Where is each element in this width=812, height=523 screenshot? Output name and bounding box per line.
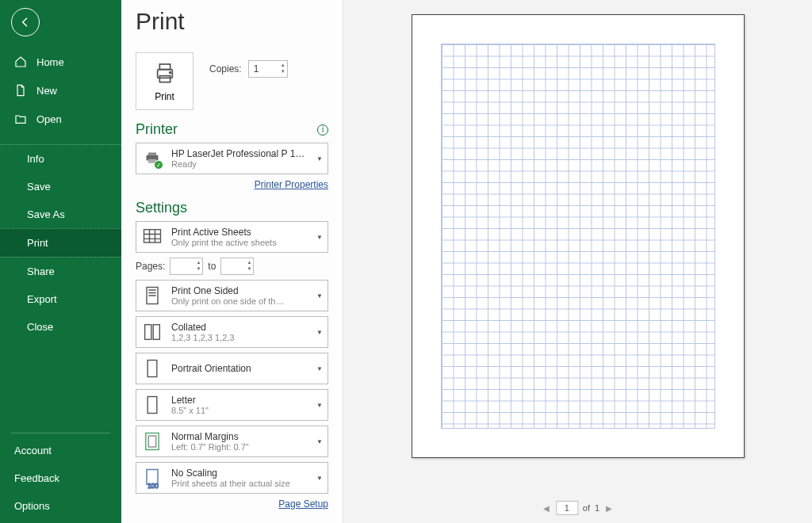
sides-title: Print One Sided xyxy=(171,285,308,296)
margins-select[interactable]: Normal Margins Left: 0.7" Right: 0.7" ▼ xyxy=(136,426,328,457)
stepper-arrows-icon[interactable]: ▲▼ xyxy=(196,259,201,272)
printer-status: Ready xyxy=(171,159,308,169)
svg-rect-12 xyxy=(147,397,157,414)
copies-input[interactable]: 1 ▲▼ xyxy=(248,60,288,78)
nav-feedback[interactable]: Feedback xyxy=(0,464,121,492)
nav-label: Feedback xyxy=(14,472,59,484)
orientation-title: Portrait Orientation xyxy=(171,363,308,374)
sides-select[interactable]: Print One Sided Only print on one side o… xyxy=(136,280,328,311)
nav-share[interactable]: Share xyxy=(0,257,121,285)
chevron-down-icon: ▼ xyxy=(316,292,323,300)
print-area-sub: Only print the active sheets xyxy=(171,238,308,247)
scaling-icon: 100 xyxy=(141,467,163,489)
ready-check-icon: ✓ xyxy=(154,160,163,170)
chevron-down-icon: ▼ xyxy=(316,438,323,445)
nav-save-as[interactable]: Save As xyxy=(0,200,121,228)
page-title: Print xyxy=(136,8,328,35)
pages-to-label: to xyxy=(208,261,216,272)
stepper-arrows-icon[interactable]: ▲▼ xyxy=(247,259,251,272)
nav-label: Print xyxy=(27,237,48,249)
nav-print[interactable]: Print xyxy=(0,228,121,257)
margins-title: Normal Margins xyxy=(171,431,308,442)
printer-properties-link[interactable]: Printer Properties xyxy=(255,179,328,190)
chevron-down-icon: ▼ xyxy=(316,475,323,482)
print-button[interactable]: Print xyxy=(136,52,193,110)
nav-new[interactable]: New xyxy=(0,76,121,105)
back-button[interactable] xyxy=(11,8,40,36)
collate-select[interactable]: Collated 1,2,3 1,2,3 1,2,3 ▼ xyxy=(136,316,328,348)
info-icon[interactable]: i xyxy=(317,124,328,136)
nav-label: Options xyxy=(14,500,50,512)
copies-value: 1 xyxy=(254,63,259,74)
current-page-input[interactable]: 1 xyxy=(556,501,578,515)
nav-label: Save As xyxy=(27,208,65,220)
nav-info[interactable]: Info xyxy=(0,145,121,173)
svg-point-3 xyxy=(169,71,170,73)
collate-sub: 1,2,3 1,2,3 1,2,3 xyxy=(171,333,308,342)
nav-label: Info xyxy=(27,153,44,165)
nav-label: Open xyxy=(36,113,62,125)
page-setup-link[interactable]: Page Setup xyxy=(278,498,328,510)
nav-label: Home xyxy=(36,56,64,68)
printer-select[interactable]: ✓ HP LaserJet Professional P 1… Ready ▼ xyxy=(136,143,328,174)
chevron-down-icon: ▼ xyxy=(316,365,323,372)
svg-rect-11 xyxy=(147,361,157,377)
pages-to-input[interactable]: ▲▼ xyxy=(220,258,254,275)
print-settings-pane: Print Print Copies: 1 ▲▼ Printer i ✓ xyxy=(121,0,343,523)
svg-rect-2 xyxy=(159,75,170,82)
pages-label: Pages: xyxy=(136,261,165,272)
of-label: of xyxy=(583,503,590,513)
nav-save[interactable]: Save xyxy=(0,173,121,200)
pages-from-input[interactable]: ▲▼ xyxy=(170,258,203,275)
scaling-sub: Print sheets at their actual size xyxy=(171,479,308,488)
nav-label: New xyxy=(36,85,57,97)
nav-options[interactable]: Options xyxy=(0,492,121,520)
back-arrow-icon xyxy=(19,16,32,29)
svg-rect-5 xyxy=(148,153,156,155)
preview-page xyxy=(412,14,745,458)
new-icon xyxy=(14,84,27,97)
open-icon xyxy=(14,113,27,125)
nav-close[interactable]: Close xyxy=(0,313,121,341)
paper-select[interactable]: Letter 8.5" x 11" ▼ xyxy=(136,389,328,421)
sheet-grid xyxy=(441,44,715,429)
print-button-label: Print xyxy=(155,91,174,102)
home-icon xyxy=(14,55,27,68)
nav-divider xyxy=(11,433,110,433)
total-pages: 1 xyxy=(595,503,599,513)
orientation-select[interactable]: Portrait Orientation ▼ xyxy=(136,353,328,384)
sides-sub: Only print on one side of th… xyxy=(171,296,308,306)
sheets-icon xyxy=(141,226,163,248)
prev-page-button[interactable]: ◀ xyxy=(542,502,551,514)
nav-label: Share xyxy=(27,265,55,277)
paper-size-icon xyxy=(141,394,163,416)
printer-heading: Printer xyxy=(136,121,178,138)
paper-title: Letter xyxy=(171,395,308,406)
settings-heading: Settings xyxy=(136,200,187,216)
portrait-icon xyxy=(141,357,163,380)
margins-sub: Left: 0.7" Right: 0.7" xyxy=(171,442,308,452)
print-area-select[interactable]: Print Active Sheets Only print the activ… xyxy=(136,221,328,253)
nav-account[interactable]: Account xyxy=(0,437,121,464)
collate-icon xyxy=(141,321,163,343)
preview-page-nav: ◀ 1 of 1 ▶ xyxy=(542,501,614,515)
svg-rect-7 xyxy=(144,230,161,242)
chevron-down-icon: ▼ xyxy=(316,234,323,241)
printer-device-icon: ✓ xyxy=(141,147,163,170)
printer-name: HP LaserJet Professional P 1… xyxy=(171,148,308,159)
backstage-sidebar: Home New Open Info Save Save As Print Sh… xyxy=(0,0,121,523)
scaling-select[interactable]: 100 No Scaling Print sheets at their act… xyxy=(136,462,328,494)
nav-open[interactable]: Open xyxy=(0,105,121,133)
nav-bottom-group: Account Feedback Options xyxy=(0,425,121,520)
paper-sub: 8.5" x 11" xyxy=(171,406,308,415)
nav-home[interactable]: Home xyxy=(0,48,121,76)
next-page-button[interactable]: ▶ xyxy=(604,502,614,514)
stepper-arrows-icon[interactable]: ▲▼ xyxy=(281,62,285,74)
printer-icon xyxy=(152,61,178,86)
nav-label: Save xyxy=(27,181,51,193)
page-one-sided-icon xyxy=(141,284,163,307)
main-area: Print Print Copies: 1 ▲▼ Printer i ✓ xyxy=(121,0,812,523)
nav-export[interactable]: Export xyxy=(0,285,121,313)
print-preview-pane: ◀ 1 of 1 ▶ xyxy=(343,0,812,523)
chevron-down-icon: ▼ xyxy=(316,155,323,162)
